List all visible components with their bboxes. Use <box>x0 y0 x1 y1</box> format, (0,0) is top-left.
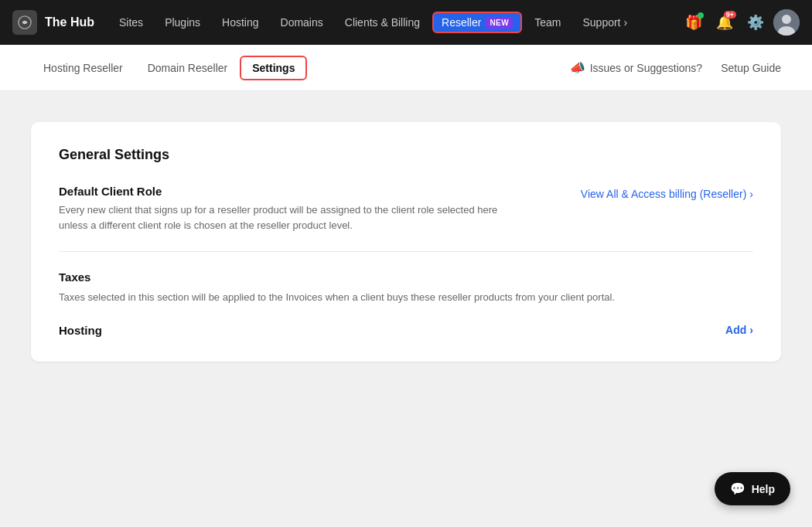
subnav-domain-reseller[interactable]: Domain Reseller <box>135 56 240 80</box>
hosting-label: Hosting <box>59 324 102 337</box>
default-client-role-header: Default Client Role Every new client tha… <box>59 185 753 251</box>
taxes-title: Taxes <box>59 270 753 284</box>
new-badge: NEW <box>486 17 513 29</box>
subnav-hosting-reseller[interactable]: Hosting Reseller <box>31 56 135 80</box>
hosting-row: Hosting Add › <box>59 324 753 337</box>
brand[interactable]: The Hub <box>12 10 94 35</box>
hosting-add-btn[interactable]: Add › <box>725 324 753 336</box>
general-settings-card: General Settings Default Client Role Eve… <box>31 122 781 362</box>
taxes-desc: Taxes selected in this section will be a… <box>59 290 753 305</box>
nav-item-clients-billing[interactable]: Clients & Billing <box>336 12 429 33</box>
default-client-role-section: Default Client Role Every new client tha… <box>59 185 753 251</box>
setup-guide-btn[interactable]: Setup Guide <box>721 62 781 74</box>
subnav-settings[interactable]: Settings <box>240 56 307 80</box>
nav-links: Sites Plugins Hosting Domains Clients & … <box>110 12 681 33</box>
svg-point-2 <box>782 15 791 24</box>
chat-icon: 💬 <box>730 481 745 496</box>
nav-right: 🎁 🔔 9+ ⚙️ <box>681 9 800 36</box>
nav-item-team[interactable]: Team <box>525 12 570 33</box>
default-client-role-title: Default Client Role <box>59 185 507 198</box>
nav-item-sites[interactable]: Sites <box>110 12 152 33</box>
subnav: Hosting Reseller Domain Reseller Setting… <box>0 45 812 91</box>
megaphone-icon: 📣 <box>570 60 585 75</box>
issues-suggestions-btn[interactable]: 📣 Issues or Suggestions? <box>570 60 703 75</box>
divider <box>59 251 753 252</box>
main-content: General Settings Default Client Role Eve… <box>0 91 812 393</box>
notifications-badge: 9+ <box>724 11 736 19</box>
reseller-label: Reseller <box>442 16 481 29</box>
gift-badge-dot <box>698 12 704 19</box>
brand-logo <box>12 10 37 35</box>
nav-item-plugins[interactable]: Plugins <box>155 12 210 33</box>
nav-item-hosting[interactable]: Hosting <box>213 12 268 33</box>
avatar[interactable] <box>773 9 800 36</box>
taxes-section: Taxes Taxes selected in this section wil… <box>59 270 753 305</box>
default-client-role-desc: Every new client that signs up for a res… <box>59 202 507 233</box>
help-button[interactable]: 💬 Help <box>715 472 790 505</box>
nav-item-reseller[interactable]: Reseller NEW <box>432 12 522 33</box>
subnav-links: Hosting Reseller Domain Reseller Setting… <box>31 56 570 80</box>
default-client-role-left: Default Client Role Every new client tha… <box>59 185 507 233</box>
nav-item-domains[interactable]: Domains <box>271 12 333 33</box>
subnav-right: 📣 Issues or Suggestions? Setup Guide <box>570 60 781 75</box>
settings-btn[interactable]: ⚙️ <box>742 9 769 36</box>
gift-icon-btn[interactable]: 🎁 <box>681 9 707 36</box>
navbar: The Hub Sites Plugins Hosting Domains Cl… <box>0 0 812 45</box>
notifications-btn[interactable]: 🔔 9+ <box>711 9 738 36</box>
card-title: General Settings <box>59 147 753 163</box>
brand-title: The Hub <box>45 15 94 29</box>
view-all-access-billing-btn[interactable]: View All & Access billing (Reseller) › <box>581 188 753 200</box>
nav-item-support[interactable]: Support › <box>573 12 636 33</box>
